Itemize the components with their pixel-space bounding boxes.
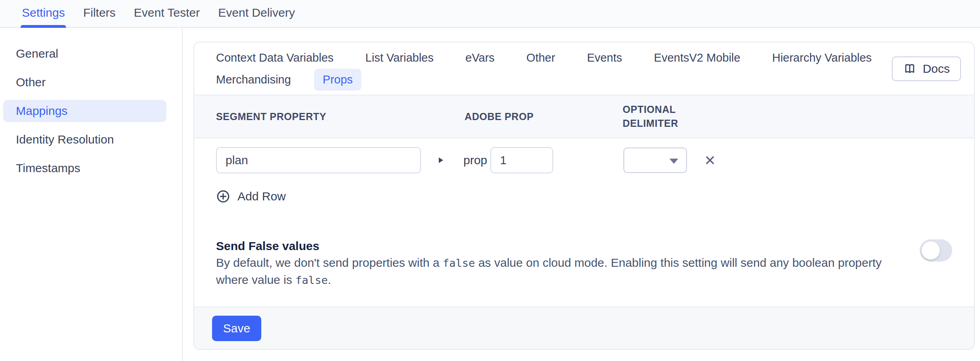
- adobe-prop-number-input[interactable]: [490, 147, 553, 173]
- send-false-values-toggle[interactable]: [920, 239, 952, 262]
- tab-props[interactable]: Props: [314, 69, 362, 91]
- mappings-card: Context Data Variables List Variables eV…: [193, 42, 975, 350]
- add-row-label: Add Row: [237, 190, 286, 203]
- tab-hierarchy-variables[interactable]: Hierarchy Variables: [763, 47, 880, 69]
- x-icon: [704, 154, 716, 167]
- tab-event-delivery[interactable]: Event Delivery: [218, 5, 295, 28]
- tab-evars[interactable]: eVars: [457, 47, 504, 69]
- column-header-adobe-prop: ADOBE PROP: [465, 111, 623, 122]
- tab-event-tester[interactable]: Event Tester: [134, 5, 200, 28]
- mappings-card-header: Context Data Variables List Variables eV…: [194, 43, 974, 91]
- tab-list-variables[interactable]: List Variables: [357, 47, 442, 69]
- sidebar-item-general[interactable]: General: [3, 43, 166, 65]
- segment-property-input[interactable]: [216, 147, 421, 173]
- optional-delimiter-select[interactable]: [623, 148, 687, 173]
- tab-context-data-variables[interactable]: Context Data Variables: [207, 47, 342, 69]
- remove-row-button[interactable]: [704, 154, 716, 167]
- page-body: General Other Mappings Identity Resoluti…: [0, 28, 980, 361]
- docs-button-label: Docs: [923, 62, 950, 76]
- tab-merchandising[interactable]: Merchandising: [207, 69, 300, 91]
- plus-circle-icon: [216, 189, 230, 204]
- send-false-values-title: Send False values: [216, 238, 904, 254]
- top-navigation: Settings Filters Event Tester Event Deli…: [0, 0, 980, 28]
- mapping-tabs-row-1: Context Data Variables List Variables eV…: [207, 47, 880, 69]
- card-footer: Save: [194, 307, 974, 349]
- docs-button[interactable]: Docs: [892, 56, 961, 81]
- sidebar-item-identity-resolution[interactable]: Identity Resolution: [3, 128, 166, 151]
- settings-sidebar: General Other Mappings Identity Resoluti…: [0, 28, 183, 361]
- send-false-values-description: By default, we don't send properties wit…: [216, 254, 904, 289]
- mapping-tabs-row-2: Merchandising Props: [207, 69, 880, 91]
- tab-other[interactable]: Other: [518, 47, 564, 69]
- tab-filters[interactable]: Filters: [83, 5, 116, 28]
- book-icon: [903, 62, 916, 75]
- send-false-values-section: Send False values By default, we don't s…: [216, 238, 952, 289]
- code-false: false: [443, 257, 475, 269]
- mappings-table-header: SEGMENT PROPERTY ADOBE PROP OPTIONAL DEL…: [194, 95, 974, 138]
- adobe-prop-prefix-label: prop: [463, 153, 487, 167]
- column-header-optional-delimiter: OPTIONAL DELIMITER: [623, 103, 718, 130]
- triangle-right-icon: [438, 157, 444, 164]
- mapping-tabs: Context Data Variables List Variables eV…: [207, 47, 880, 91]
- toggle-knob: [922, 241, 940, 260]
- sidebar-item-timestamps[interactable]: Timestamps: [3, 157, 166, 179]
- mapping-row: prop: [194, 138, 974, 182]
- code-false: false: [295, 274, 328, 286]
- add-row-button[interactable]: Add Row: [216, 188, 974, 204]
- chevron-down-icon: [669, 159, 678, 164]
- save-button[interactable]: Save: [212, 316, 261, 341]
- main-content: Context Data Variables List Variables eV…: [183, 28, 980, 361]
- send-false-values-text: Send False values By default, we don't s…: [216, 238, 904, 289]
- tab-events[interactable]: Events: [578, 47, 631, 69]
- tab-eventsv2-mobile[interactable]: EventsV2 Mobile: [645, 47, 749, 69]
- tab-settings[interactable]: Settings: [22, 5, 65, 28]
- sidebar-item-mappings[interactable]: Mappings: [3, 100, 166, 122]
- sidebar-item-other[interactable]: Other: [3, 71, 166, 93]
- column-header-segment-property: SEGMENT PROPERTY: [216, 111, 465, 122]
